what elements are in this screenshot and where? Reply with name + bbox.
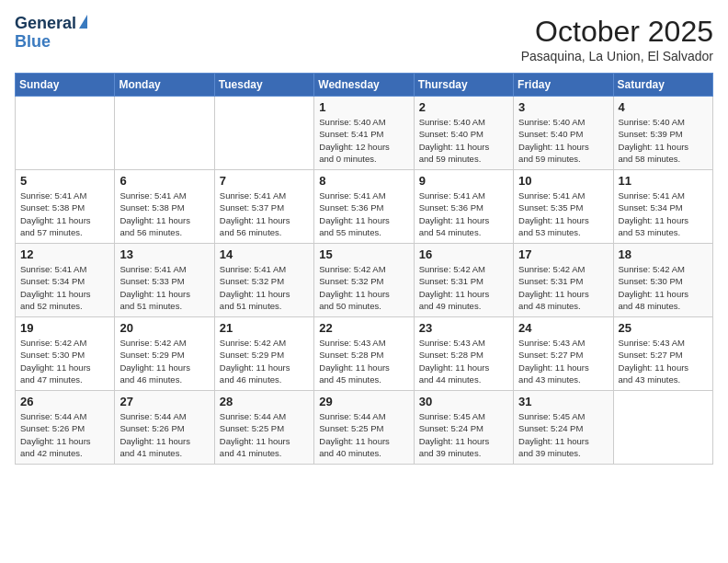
calendar-cell: 12Sunrise: 5:41 AM Sunset: 5:34 PM Dayli… [16,244,115,317]
day-info: Sunrise: 5:41 AM Sunset: 5:34 PM Dayligh… [619,190,708,238]
day-info: Sunrise: 5:44 AM Sunset: 5:26 PM Dayligh… [119,410,209,459]
calendar-cell: 11Sunrise: 5:41 AM Sunset: 5:34 PM Dayli… [613,170,712,244]
day-number: 27 [119,395,209,408]
day-info: Sunrise: 5:44 AM Sunset: 5:25 PM Dayligh… [319,410,408,459]
day-info: Sunrise: 5:42 AM Sunset: 5:29 PM Dayligh… [119,337,209,385]
calendar-cell: 8Sunrise: 5:41 AM Sunset: 5:36 PM Daylig… [314,170,414,244]
day-info: Sunrise: 5:40 AM Sunset: 5:41 PM Dayligh… [319,116,408,165]
calendar-cell [16,97,115,170]
calendar-cell: 19Sunrise: 5:42 AM Sunset: 5:30 PM Dayli… [16,317,115,391]
day-number: 30 [419,395,508,408]
calendar-cell: 18Sunrise: 5:42 AM Sunset: 5:30 PM Dayli… [613,244,712,317]
calendar-table: SundayMondayTuesdayWednesdayThursdayFrid… [15,73,713,465]
day-info: Sunrise: 5:41 AM Sunset: 5:38 PM Dayligh… [20,190,109,238]
day-info: Sunrise: 5:41 AM Sunset: 5:35 PM Dayligh… [518,190,608,238]
day-info: Sunrise: 5:45 AM Sunset: 5:24 PM Dayligh… [518,410,608,459]
week-row-1: 5Sunrise: 5:41 AM Sunset: 5:38 PM Daylig… [16,170,713,244]
day-info: Sunrise: 5:41 AM Sunset: 5:36 PM Dayligh… [319,190,408,238]
calendar-cell: 23Sunrise: 5:43 AM Sunset: 5:28 PM Dayli… [414,317,513,391]
day-info: Sunrise: 5:40 AM Sunset: 5:40 PM Dayligh… [419,116,508,165]
day-info: Sunrise: 5:43 AM Sunset: 5:27 PM Dayligh… [619,337,708,385]
calendar-cell: 3Sunrise: 5:40 AM Sunset: 5:40 PM Daylig… [514,97,613,170]
header-row: SundayMondayTuesdayWednesdayThursdayFrid… [16,74,713,97]
day-number: 22 [319,321,408,335]
day-info: Sunrise: 5:41 AM Sunset: 5:32 PM Dayligh… [220,263,309,312]
day-info: Sunrise: 5:45 AM Sunset: 5:24 PM Dayligh… [419,410,508,459]
week-row-2: 12Sunrise: 5:41 AM Sunset: 5:34 PM Dayli… [16,244,713,317]
day-number: 9 [419,174,508,188]
calendar-cell: 1Sunrise: 5:40 AM Sunset: 5:41 PM Daylig… [314,97,414,170]
day-info: Sunrise: 5:43 AM Sunset: 5:27 PM Dayligh… [518,337,608,385]
calendar-cell [613,391,712,465]
logo: General Blue [15,15,87,52]
day-number: 31 [518,395,608,408]
day-number: 3 [518,100,608,114]
calendar-cell: 21Sunrise: 5:42 AM Sunset: 5:29 PM Dayli… [214,317,313,391]
header-tuesday: Tuesday [214,74,313,97]
calendar-cell: 16Sunrise: 5:42 AM Sunset: 5:31 PM Dayli… [414,244,513,317]
calendar-cell: 22Sunrise: 5:43 AM Sunset: 5:28 PM Dayli… [314,317,414,391]
calendar-cell: 30Sunrise: 5:45 AM Sunset: 5:24 PM Dayli… [414,391,513,465]
calendar-cell: 17Sunrise: 5:42 AM Sunset: 5:31 PM Dayli… [514,244,613,317]
day-info: Sunrise: 5:43 AM Sunset: 5:28 PM Dayligh… [319,337,408,385]
logo-general: General [15,15,76,33]
header-saturday: Saturday [613,74,712,97]
day-number: 25 [619,321,708,335]
day-info: Sunrise: 5:41 AM Sunset: 5:34 PM Dayligh… [20,263,109,312]
calendar-cell: 7Sunrise: 5:41 AM Sunset: 5:37 PM Daylig… [214,170,313,244]
day-info: Sunrise: 5:42 AM Sunset: 5:32 PM Dayligh… [319,263,408,312]
header-thursday: Thursday [414,74,513,97]
day-info: Sunrise: 5:41 AM Sunset: 5:37 PM Dayligh… [220,190,309,238]
calendar-cell: 13Sunrise: 5:41 AM Sunset: 5:33 PM Dayli… [115,244,214,317]
day-number: 26 [20,395,109,408]
calendar-cell: 14Sunrise: 5:41 AM Sunset: 5:32 PM Dayli… [214,244,313,317]
day-info: Sunrise: 5:42 AM Sunset: 5:31 PM Dayligh… [518,263,608,312]
calendar-cell: 10Sunrise: 5:41 AM Sunset: 5:35 PM Dayli… [514,170,613,244]
day-info: Sunrise: 5:41 AM Sunset: 5:33 PM Dayligh… [119,263,209,312]
location: Pasaquina, La Union, El Salvador [521,49,713,63]
calendar-cell: 9Sunrise: 5:41 AM Sunset: 5:36 PM Daylig… [414,170,513,244]
day-number: 19 [20,321,109,335]
page-header: General Blue October 2025 Pasaquina, La … [15,15,713,63]
calendar-cell: 27Sunrise: 5:44 AM Sunset: 5:26 PM Dayli… [115,391,214,465]
day-number: 5 [20,174,109,188]
day-number: 20 [119,321,209,335]
day-number: 21 [220,321,309,335]
header-friday: Friday [514,74,613,97]
calendar-cell: 26Sunrise: 5:44 AM Sunset: 5:26 PM Dayli… [16,391,115,465]
calendar-cell: 2Sunrise: 5:40 AM Sunset: 5:40 PM Daylig… [414,97,513,170]
title-block: October 2025 Pasaquina, La Union, El Sal… [521,15,713,63]
day-info: Sunrise: 5:44 AM Sunset: 5:25 PM Dayligh… [220,410,309,459]
day-number: 24 [518,321,608,335]
day-info: Sunrise: 5:42 AM Sunset: 5:30 PM Dayligh… [619,263,708,312]
week-row-4: 26Sunrise: 5:44 AM Sunset: 5:26 PM Dayli… [16,391,713,465]
day-number: 11 [619,174,708,188]
calendar-cell: 6Sunrise: 5:41 AM Sunset: 5:38 PM Daylig… [115,170,214,244]
day-info: Sunrise: 5:42 AM Sunset: 5:30 PM Dayligh… [20,337,109,385]
day-number: 1 [319,100,408,114]
day-number: 18 [619,247,708,261]
day-number: 15 [319,247,408,261]
calendar-cell: 4Sunrise: 5:40 AM Sunset: 5:39 PM Daylig… [613,97,712,170]
calendar-cell: 25Sunrise: 5:43 AM Sunset: 5:27 PM Dayli… [613,317,712,391]
logo-blue: Blue [15,33,51,52]
day-number: 13 [119,247,209,261]
calendar-cell [214,97,313,170]
calendar-cell: 29Sunrise: 5:44 AM Sunset: 5:25 PM Dayli… [314,391,414,465]
day-number: 7 [220,174,309,188]
day-number: 12 [20,247,109,261]
day-number: 14 [220,247,309,261]
calendar-cell: 20Sunrise: 5:42 AM Sunset: 5:29 PM Dayli… [115,317,214,391]
day-info: Sunrise: 5:41 AM Sunset: 5:38 PM Dayligh… [119,190,209,238]
day-info: Sunrise: 5:40 AM Sunset: 5:40 PM Dayligh… [518,116,608,165]
calendar-cell: 15Sunrise: 5:42 AM Sunset: 5:32 PM Dayli… [314,244,414,317]
day-info: Sunrise: 5:40 AM Sunset: 5:39 PM Dayligh… [619,116,708,165]
calendar-cell: 5Sunrise: 5:41 AM Sunset: 5:38 PM Daylig… [16,170,115,244]
day-number: 2 [419,100,508,114]
day-number: 29 [319,395,408,408]
day-number: 6 [119,174,209,188]
month-title: October 2025 [521,15,713,49]
day-info: Sunrise: 5:42 AM Sunset: 5:31 PM Dayligh… [419,263,508,312]
day-info: Sunrise: 5:44 AM Sunset: 5:26 PM Dayligh… [20,410,109,459]
calendar-cell [115,97,214,170]
